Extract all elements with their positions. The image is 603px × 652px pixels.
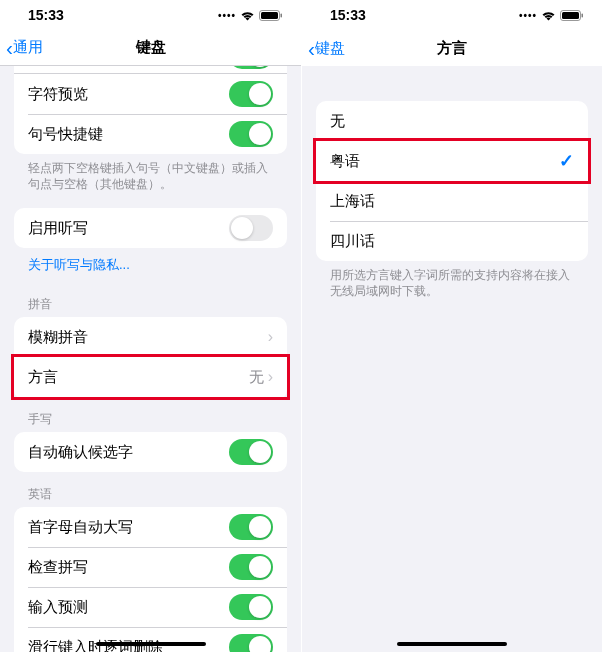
row-label: 无 [330, 112, 345, 131]
toggle-predictive[interactable] [229, 594, 273, 620]
toggle-auto-confirm[interactable] [229, 439, 273, 465]
row-label: 首字母自动大写 [28, 518, 133, 537]
nav-bar: ‹ 键盘 方言 [302, 30, 602, 66]
row-enable-dictation[interactable]: 启用听写 [14, 208, 287, 248]
nav-bar: ‹ 通用 键盘 [0, 30, 301, 66]
row-label: 启用听写 [28, 219, 88, 238]
toggle-dictation[interactable] [229, 215, 273, 241]
row-label: 检查拼写 [28, 558, 88, 577]
row-auto-cap[interactable]: 首字母自动大写 [14, 507, 287, 547]
row-check-spelling[interactable]: 检查拼写 [14, 547, 287, 587]
row-slide-delete[interactable]: 滑行键入时逐词删除 [14, 627, 287, 652]
nav-title: 键盘 [136, 38, 166, 57]
signal-icon: •••• [519, 10, 537, 21]
content: 字符预览 句号快捷键 轻点两下空格键插入句号（中文键盘）或插入句点与空格（其他键… [0, 66, 301, 652]
partial-row [14, 66, 287, 74]
group-footer: 用所选方言键入字词所需的支持内容将在接入无线局域网时下载。 [302, 261, 602, 305]
settings-group-4: 自动确认候选字 [14, 432, 287, 472]
toggle-period-shortcut[interactable] [229, 121, 273, 147]
battery-icon [560, 10, 584, 21]
row-label: 粤语 [330, 152, 360, 171]
nav-title: 方言 [437, 39, 467, 58]
row-dialect[interactable]: 方言 无 › [14, 357, 287, 397]
svg-rect-2 [281, 13, 283, 17]
row-label: 上海话 [330, 192, 375, 211]
section-header-english: 英语 [0, 472, 301, 507]
section-header-pinyin: 拼音 [0, 282, 301, 317]
settings-group-2: 启用听写 [14, 208, 287, 248]
settings-group-1: 字符预览 句号快捷键 [14, 74, 287, 154]
toggle-auto-cap[interactable] [229, 514, 273, 540]
option-cantonese[interactable]: 粤语 ✓ [316, 141, 588, 181]
status-time: 15:33 [330, 7, 366, 23]
dictation-privacy-link[interactable]: 关于听写与隐私... [0, 248, 301, 282]
row-label: 输入预测 [28, 598, 88, 617]
back-button[interactable]: ‹ 通用 [0, 37, 43, 58]
highlight-box: 方言 无 › [11, 354, 290, 400]
right-screen: 15:33 •••• ‹ 键盘 方言 无 粤语 ✓ [301, 0, 602, 652]
content: 无 粤语 ✓ 上海话 四川话 用所选方言键入字词所需的支持内容将在接入无线局域网… [302, 66, 602, 652]
svg-rect-4 [562, 12, 579, 19]
wifi-icon [240, 10, 255, 21]
row-value: 无 [249, 368, 264, 387]
status-time: 15:33 [28, 7, 64, 23]
back-label: 键盘 [315, 39, 345, 58]
settings-group-5: 首字母自动大写 检查拼写 输入预测 滑行键入时逐词删除 [14, 507, 287, 652]
toggle-char-preview[interactable] [229, 81, 273, 107]
row-auto-confirm[interactable]: 自动确认候选字 [14, 432, 287, 472]
row-label: 模糊拼音 [28, 328, 88, 347]
chevron-left-icon: ‹ [6, 37, 13, 58]
chevron-right-icon: › [268, 369, 273, 385]
battery-icon [259, 10, 283, 21]
section-header-hand: 手写 [0, 397, 301, 432]
group-footer: 轻点两下空格键插入句号（中文键盘）或插入句点与空格（其他键盘）。 [0, 154, 301, 198]
row-predictive[interactable]: 输入预测 [14, 587, 287, 627]
status-bar: 15:33 •••• [302, 0, 602, 30]
row-label: 字符预览 [28, 85, 88, 104]
chevron-right-icon: › [268, 329, 273, 345]
wifi-icon [541, 10, 556, 21]
settings-group-3: 模糊拼音 › 方言 无 › [14, 317, 287, 400]
dialect-options-group: 无 粤语 ✓ 上海话 四川话 [316, 101, 588, 261]
home-indicator[interactable] [96, 642, 206, 646]
status-icons: •••• [218, 10, 283, 21]
toggle-check-spelling[interactable] [229, 554, 273, 580]
row-period-shortcut[interactable]: 句号快捷键 [14, 114, 287, 154]
row-label: 自动确认候选字 [28, 443, 133, 462]
option-shanghainese[interactable]: 上海话 [316, 181, 588, 221]
row-char-preview[interactable]: 字符预览 [14, 74, 287, 114]
highlight-box: 粤语 ✓ [313, 138, 591, 184]
left-screen: 15:33 •••• ‹ 通用 键盘 字符预览 句号 [0, 0, 301, 652]
svg-rect-5 [582, 13, 584, 17]
row-label: 句号快捷键 [28, 125, 103, 144]
signal-icon: •••• [218, 10, 236, 21]
option-sichuanese[interactable]: 四川话 [316, 221, 588, 261]
status-icons: •••• [519, 10, 584, 21]
home-indicator[interactable] [397, 642, 507, 646]
row-label: 四川话 [330, 232, 375, 251]
status-bar: 15:33 •••• [0, 0, 301, 30]
row-fuzzy-pinyin[interactable]: 模糊拼音 › [14, 317, 287, 357]
checkmark-icon: ✓ [559, 150, 574, 172]
svg-rect-1 [261, 12, 278, 19]
back-button[interactable]: ‹ 键盘 [302, 38, 345, 59]
option-none[interactable]: 无 [316, 101, 588, 141]
row-label: 方言 [28, 368, 58, 387]
toggle-on-partial[interactable] [229, 66, 273, 69]
toggle-slide-delete[interactable] [229, 634, 273, 652]
chevron-left-icon: ‹ [308, 38, 315, 59]
back-label: 通用 [13, 38, 43, 57]
